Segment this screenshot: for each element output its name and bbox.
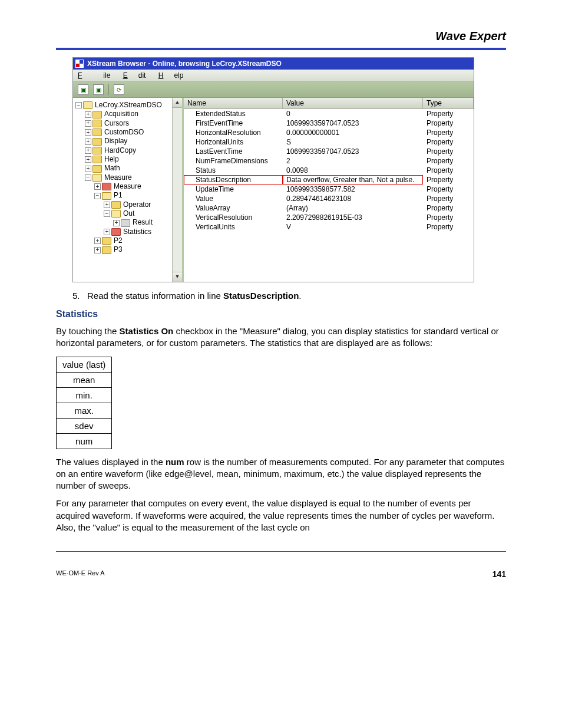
tree[interactable]: −LeCroy.XStreamDSO +Acquisition +Cursors…: [74, 101, 181, 254]
property-row[interactable]: Value0.289474614623108Property: [184, 194, 474, 203]
doc-title: Wave Expert: [56, 29, 506, 43]
app-icon: [75, 60, 84, 68]
object-icon: [121, 219, 130, 227]
property-row[interactable]: StatusDescriptionData overflow, Greater …: [184, 175, 474, 185]
column-type[interactable]: Type: [423, 98, 474, 108]
footer: WE-OM-E Rev A 141: [56, 569, 506, 579]
property-row[interactable]: VerticalUnitsVProperty: [184, 222, 474, 232]
scrollbar[interactable]: ▲ ▼: [172, 98, 182, 282]
folder-icon: [102, 192, 111, 200]
expand-icon[interactable]: +: [85, 139, 91, 145]
property-row[interactable]: VerticalResolution2.20972988261915E-03Pr…: [184, 213, 474, 222]
column-name[interactable]: Name: [184, 98, 283, 108]
tree-item-measure[interactable]: Measure: [104, 173, 132, 182]
prop-type: Property: [423, 118, 474, 128]
stat-row: min.: [57, 387, 112, 403]
step-text: Read the status information in line: [87, 291, 223, 301]
tree-item[interactable]: Math: [104, 164, 120, 172]
folder-icon: [92, 174, 102, 182]
xstream-browser-window: XStream Browser - Online, browsing LeCro…: [72, 57, 474, 282]
tree-item[interactable]: P2: [114, 236, 123, 245]
prop-value: 10699933597047.0523: [283, 118, 423, 128]
expand-icon[interactable]: +: [85, 156, 91, 163]
expand-icon[interactable]: +: [94, 247, 101, 253]
folder-icon: [92, 111, 102, 118]
expand-icon[interactable]: +: [85, 129, 91, 136]
folder-icon: [83, 101, 92, 109]
tree-item[interactable]: P3: [114, 245, 123, 253]
toolbar-icon-1[interactable]: ▣: [78, 84, 88, 95]
toolbar-icon-2[interactable]: ▣: [93, 84, 104, 95]
window-title: XStream Browser - Online, browsing LeCro…: [87, 60, 282, 68]
prop-value: Data overflow, Greater than, Not a pulse…: [283, 175, 423, 185]
property-row[interactable]: HorizontalResolution0.000000000001Proper…: [184, 128, 474, 137]
scroll-track[interactable]: [173, 108, 182, 272]
folder-icon: [92, 147, 102, 154]
menu-file[interactable]: File: [78, 71, 110, 80]
tree-item[interactable]: CustomDSO: [104, 128, 144, 136]
tree-item[interactable]: Display: [104, 137, 127, 145]
folder-icon: [102, 237, 111, 245]
prop-name: ExtendedStatus: [184, 109, 283, 118]
property-row[interactable]: ValueArray(Array)Property: [184, 203, 474, 213]
paragraph-1: By touching the Statistics On checkbox i…: [56, 325, 506, 350]
folder-icon: [92, 120, 102, 127]
folder-icon: [92, 129, 102, 136]
prop-name: Value: [184, 194, 283, 203]
expand-icon[interactable]: +: [85, 166, 91, 172]
expand-icon[interactable]: +: [104, 202, 110, 208]
expand-icon[interactable]: +: [85, 111, 91, 118]
prop-type: Property: [423, 128, 474, 137]
stat-row: mean: [57, 372, 112, 387]
prop-name: HorizontalResolution: [184, 128, 283, 137]
tree-item[interactable]: Help: [104, 155, 119, 163]
prop-value: 0.000000000001: [283, 128, 423, 137]
tree-item[interactable]: Acquisition: [104, 110, 138, 118]
prop-name: LastEventTime: [184, 147, 283, 156]
expand-icon[interactable]: +: [113, 220, 120, 226]
tree-item[interactable]: Cursors: [104, 119, 129, 127]
prop-name: NumFrameDimensions: [184, 156, 283, 166]
column-value[interactable]: Value: [283, 98, 423, 108]
scroll-up-icon[interactable]: ▲: [173, 98, 182, 108]
property-row[interactable]: HorizontalUnitsSProperty: [184, 137, 474, 147]
tree-item[interactable]: Operator: [123, 200, 151, 209]
tree-item-result[interactable]: Result: [133, 218, 153, 226]
tree-item[interactable]: Statistics: [123, 228, 151, 236]
folder-icon: [92, 138, 102, 146]
prop-name: VerticalUnits: [184, 222, 283, 232]
menu-bar: File Edit Help: [73, 70, 474, 82]
property-row[interactable]: UpdateTime10699933598577.582Property: [184, 185, 474, 194]
refresh-icon[interactable]: ⟳: [114, 84, 124, 95]
prop-value: 0: [283, 109, 423, 118]
property-row[interactable]: LastEventTime10699933597047.0523Property: [184, 147, 474, 156]
status-description-ref: StatusDescription: [223, 291, 299, 301]
tree-item-p1[interactable]: P1: [114, 191, 123, 199]
menu-help[interactable]: Help: [158, 71, 184, 80]
paragraph-2: The values displayed in the num row is t…: [56, 456, 506, 492]
stat-row: num: [57, 433, 112, 449]
expand-icon[interactable]: +: [85, 120, 91, 127]
collapse-icon[interactable]: −: [75, 102, 82, 108]
folder-icon: [92, 165, 102, 173]
step-number: 5.: [72, 291, 80, 301]
menu-edit[interactable]: Edit: [123, 71, 146, 80]
tree-root[interactable]: LeCroy.XStreamDSO: [95, 101, 162, 109]
stat-row: value (last): [57, 357, 112, 372]
tree-item[interactable]: HardCopy: [104, 146, 136, 154]
tree-item-out[interactable]: Out: [123, 209, 134, 218]
collapse-icon[interactable]: −: [94, 193, 101, 199]
folder-icon: [92, 156, 102, 163]
expand-icon[interactable]: +: [94, 238, 101, 244]
expand-icon[interactable]: +: [104, 229, 110, 235]
scroll-down-icon[interactable]: ▼: [173, 272, 182, 282]
expand-icon[interactable]: +: [85, 147, 91, 154]
collapse-icon[interactable]: −: [85, 174, 91, 181]
expand-icon[interactable]: +: [94, 183, 101, 190]
property-row[interactable]: Status0.0098Property: [184, 166, 474, 175]
property-row[interactable]: NumFrameDimensions2Property: [184, 156, 474, 166]
collapse-icon[interactable]: −: [104, 210, 110, 217]
property-row[interactable]: FirstEventTime10699933597047.0523Propert…: [184, 118, 474, 128]
tree-item[interactable]: Measure: [114, 182, 141, 190]
property-row[interactable]: ExtendedStatus0Property: [184, 109, 474, 118]
